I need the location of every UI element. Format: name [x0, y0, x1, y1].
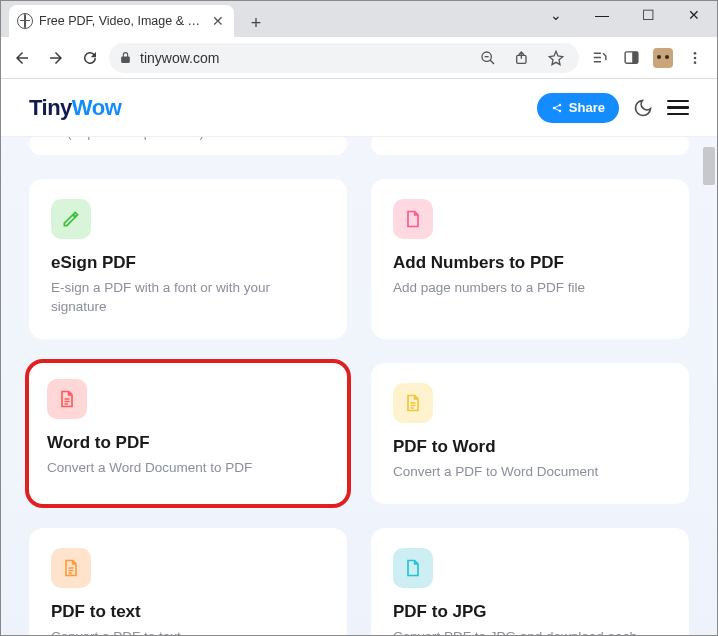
- svg-line-13: [555, 108, 559, 110]
- tools-content: file (requires the password) eSign PDF E…: [1, 137, 717, 635]
- tool-card-pdf-to-jpg[interactable]: PDF to JPG Convert PDF to JPG and downlo…: [371, 528, 689, 635]
- tool-title: eSign PDF: [51, 253, 325, 273]
- zoom-icon[interactable]: [475, 45, 501, 71]
- svg-point-7: [694, 56, 697, 59]
- hamster-icon: [653, 48, 673, 68]
- reload-button[interactable]: [75, 43, 105, 73]
- svg-line-12: [555, 105, 559, 107]
- hamburger-menu-button[interactable]: [667, 100, 689, 116]
- bookmark-star-icon[interactable]: [543, 45, 569, 71]
- doc-icon: [393, 199, 433, 239]
- share-icon: [551, 102, 563, 114]
- tool-card-word-to-pdf[interactable]: Word to PDF Convert a Word Document to P…: [25, 359, 351, 508]
- tool-desc: Convert PDF to JPG and download each pag…: [393, 628, 667, 635]
- window-titlebar: Free PDF, Video, Image & Other ✕ + ⌄ — ☐…: [1, 1, 717, 37]
- reload-icon: [81, 49, 99, 67]
- doc-icon: [393, 548, 433, 588]
- partial-card-text: file (requires the password): [47, 137, 204, 140]
- reader-panel-icon[interactable]: [615, 45, 647, 71]
- tool-title: PDF to Word: [393, 437, 667, 457]
- tool-card-pdf-to-text[interactable]: PDF to text Convert a PDF to text: [29, 528, 347, 635]
- url-text: tinywow.com: [140, 50, 467, 66]
- svg-point-8: [694, 61, 697, 64]
- window-minimize-button[interactable]: —: [579, 1, 625, 29]
- page-viewport: TinyWow Share file (requires the passwor…: [1, 79, 717, 635]
- tool-card-esign-pdf[interactable]: eSign PDF E-sign a PDF with a font or wi…: [29, 179, 347, 339]
- tool-card-add-numbers[interactable]: Add Numbers to PDF Add page numbers to a…: [371, 179, 689, 339]
- arrow-right-icon: [47, 49, 65, 67]
- globe-favicon-icon: [17, 13, 33, 29]
- scrollbar-thumb[interactable]: [703, 147, 715, 185]
- browser-menu-button[interactable]: [679, 45, 711, 71]
- share-label: Share: [569, 100, 605, 115]
- share-page-icon[interactable]: [509, 45, 535, 71]
- browser-tab[interactable]: Free PDF, Video, Image & Other ✕: [9, 5, 234, 37]
- extension-icons: [583, 45, 711, 71]
- edit-icon: [51, 199, 91, 239]
- logo-part-b: Wow: [72, 95, 121, 120]
- site-logo[interactable]: TinyWow: [29, 95, 121, 121]
- tool-desc: Convert a Word Document to PDF: [47, 459, 329, 478]
- scrollbar-track[interactable]: [702, 79, 716, 635]
- tab-title: Free PDF, Video, Image & Other: [39, 14, 204, 28]
- partial-card-top-right[interactable]: [371, 137, 689, 155]
- svg-point-6: [694, 52, 697, 55]
- share-button[interactable]: Share: [537, 93, 619, 123]
- window-close-button[interactable]: ✕: [671, 1, 717, 29]
- arrow-left-icon: [13, 49, 31, 67]
- doc-icon: [47, 379, 87, 419]
- partial-card-top-left[interactable]: file (requires the password): [29, 137, 347, 155]
- tool-desc: Convert a PDF to Word Document: [393, 463, 667, 482]
- dark-mode-toggle[interactable]: [633, 98, 653, 118]
- moon-icon: [633, 98, 653, 118]
- lock-icon: [119, 51, 132, 64]
- media-control-icon[interactable]: [583, 45, 615, 71]
- tool-card-pdf-to-word[interactable]: PDF to Word Convert a PDF to Word Docume…: [371, 363, 689, 504]
- doc-icon: [51, 548, 91, 588]
- svg-rect-5: [632, 52, 638, 63]
- window-maximize-button[interactable]: ☐: [625, 1, 671, 29]
- browser-toolbar: tinywow.com: [1, 37, 717, 79]
- tool-title: PDF to JPG: [393, 602, 667, 622]
- tool-title: PDF to text: [51, 602, 325, 622]
- logo-part-a: Tiny: [29, 95, 72, 120]
- new-tab-button[interactable]: +: [242, 9, 270, 37]
- extension-icon[interactable]: [647, 45, 679, 71]
- tool-desc: Convert a PDF to text: [51, 628, 325, 635]
- tool-title: Add Numbers to PDF: [393, 253, 667, 273]
- tool-desc: Add page numbers to a PDF file: [393, 279, 667, 298]
- site-header: TinyWow Share: [1, 79, 717, 137]
- back-button[interactable]: [7, 43, 37, 73]
- tool-title: Word to PDF: [47, 433, 329, 453]
- window-controls: ⌄ — ☐ ✕: [533, 1, 717, 29]
- svg-line-1: [490, 60, 494, 64]
- header-actions: Share: [537, 93, 689, 123]
- forward-button[interactable]: [41, 43, 71, 73]
- window-chevron-icon[interactable]: ⌄: [533, 1, 579, 29]
- doc-icon: [393, 383, 433, 423]
- tool-desc: E-sign a PDF with a font or with your si…: [51, 279, 325, 317]
- tab-close-button[interactable]: ✕: [210, 13, 226, 29]
- address-bar[interactable]: tinywow.com: [109, 43, 579, 73]
